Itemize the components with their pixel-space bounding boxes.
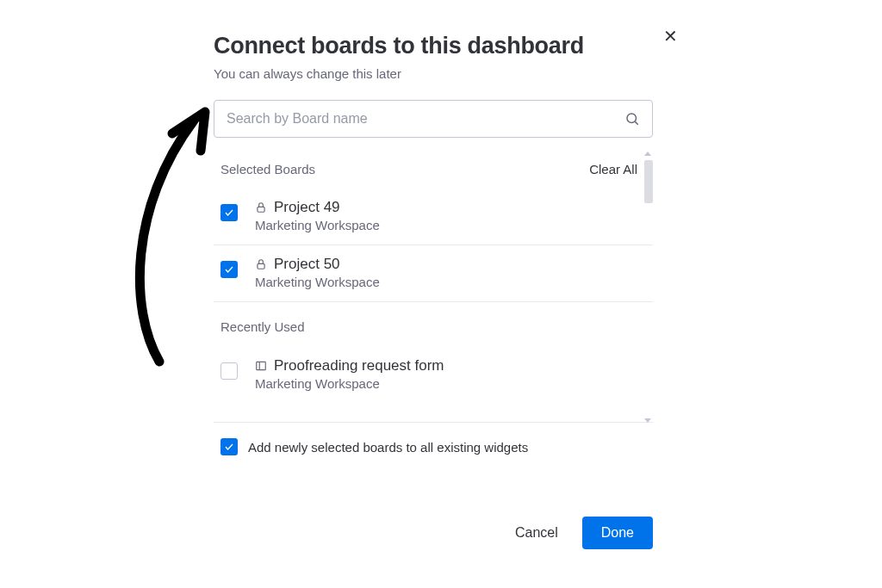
svg-line-1 [635,121,637,124]
board-row[interactable]: Proofreading request form Marketing Work… [214,347,653,403]
scroll-down-caret[interactable] [644,418,651,423]
modal-subtitle: You can always change this later [214,66,679,81]
svg-rect-2 [258,207,264,212]
recently-used-label: Recently Used [220,319,305,334]
search-input[interactable] [227,111,624,127]
scrollbar-thumb[interactable] [644,160,653,203]
lock-icon [255,258,267,270]
board-checkbox[interactable] [220,261,238,278]
board-info: Proofreading request form Marketing Work… [255,357,646,391]
board-checkbox[interactable] [220,204,238,221]
scroll-up-caret[interactable] [644,152,651,156]
lock-icon [255,201,267,214]
board-icon [255,360,267,372]
checkmark-icon [224,264,234,275]
board-name: Project 50 [274,256,340,273]
checkmark-icon [224,442,234,452]
svg-rect-3 [258,263,264,269]
search-icon [624,111,640,127]
board-list: Selected Boards Clear All Project 49 Mar… [214,160,653,455]
modal-title: Connect boards to this dashboard [214,33,679,59]
add-to-widgets-checkbox[interactable] [220,438,238,455]
add-to-widgets-label: Add newly selected boards to all existin… [248,440,528,455]
checkmark-icon [224,207,234,218]
add-to-widgets-option[interactable]: Add newly selected boards to all existin… [214,423,653,455]
selected-boards-header: Selected Boards Clear All [214,160,653,189]
cancel-button[interactable]: Cancel [501,517,572,549]
board-workspace: Marketing Workspace [255,275,646,289]
connect-boards-modal: Connect boards to this dashboard You can… [214,33,679,455]
search-field-wrap[interactable] [214,100,653,138]
done-button[interactable]: Done [582,517,653,549]
modal-actions: Cancel Done [214,517,653,549]
board-row[interactable]: Project 50 Marketing Workspace [214,245,653,302]
svg-point-0 [627,114,637,123]
recently-used-header: Recently Used [214,316,653,347]
board-name: Project 49 [274,199,340,216]
board-workspace: Marketing Workspace [255,376,646,391]
board-name: Proofreading request form [274,357,444,374]
svg-rect-4 [257,362,266,369]
clear-all-button[interactable]: Clear All [589,162,649,176]
board-info: Project 49 Marketing Workspace [255,199,646,232]
selected-boards-label: Selected Boards [220,162,315,176]
board-row[interactable]: Project 49 Marketing Workspace [214,189,653,245]
board-workspace: Marketing Workspace [255,218,646,232]
board-info: Project 50 Marketing Workspace [255,256,646,289]
board-checkbox[interactable] [220,362,238,380]
